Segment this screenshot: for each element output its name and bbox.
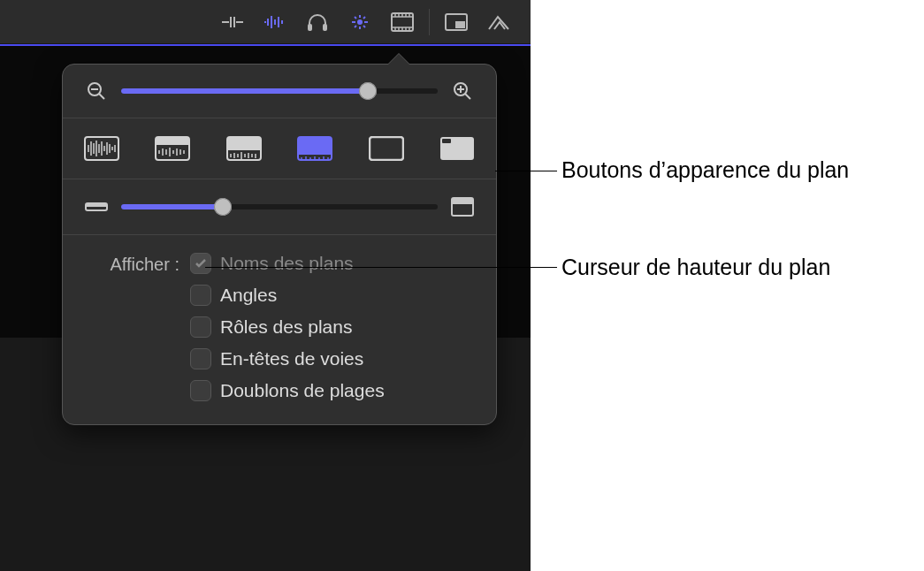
popover-arrow: [388, 54, 409, 65]
show-label: Afficher :: [84, 253, 179, 401]
callout-appearance: Boutons d’apparence du plan: [561, 157, 849, 183]
clip-height-large-icon: [450, 197, 475, 217]
svg-rect-19: [86, 203, 107, 207]
show-lane-headers-row[interactable]: En-têtes de voies: [190, 348, 385, 369]
clip-height-slider[interactable]: [121, 204, 438, 209]
show-clip-roles-checkbox[interactable]: [190, 316, 211, 338]
callout-line-appearance: [495, 171, 557, 171]
zoom-in-icon[interactable]: [450, 80, 475, 102]
toolbar-separator: [429, 9, 430, 35]
zoom-slider[interactable]: [121, 88, 438, 94]
svg-point-2: [357, 19, 363, 25]
zoom-slider-thumb[interactable]: [359, 82, 377, 100]
show-duplicate-ranges-checkbox[interactable]: [190, 380, 211, 401]
show-clip-names-label: Noms des plans: [220, 253, 354, 274]
clip-height-small-icon: [84, 200, 109, 214]
svg-rect-5: [455, 21, 465, 28]
audio-wave-icon[interactable]: [254, 0, 296, 44]
zoom-out-icon[interactable]: [84, 80, 109, 102]
show-angles-checkbox[interactable]: [190, 285, 211, 306]
filmstrip-icon[interactable]: [381, 0, 424, 44]
show-duplicate-ranges-row[interactable]: Doublons de plages: [190, 380, 385, 401]
show-angles-row[interactable]: Angles: [190, 285, 385, 306]
show-clip-names-row[interactable]: Noms des plans: [190, 253, 385, 274]
pip-icon[interactable]: [435, 0, 477, 44]
callout-line-height: [205, 267, 557, 268]
show-lane-headers-label: En-têtes de voies: [220, 348, 363, 369]
show-duplicate-ranges-label: Doublons de plages: [220, 380, 385, 401]
clip-appearance-popover: Afficher : Noms des plans Angles Rôles d…: [62, 64, 497, 425]
app-area: Afficher : Noms des plans Angles Rôles d…: [0, 0, 531, 571]
show-clip-roles-label: Rôles des plans: [220, 316, 352, 338]
appearance-medium-filmstrip[interactable]: [221, 133, 267, 164]
svg-rect-21: [452, 198, 473, 204]
svg-rect-12: [227, 137, 261, 150]
snap-icon[interactable]: [339, 0, 381, 44]
zoom-section: [63, 65, 496, 118]
appearance-filmstrip-solid[interactable]: [434, 133, 480, 164]
show-angles-label: Angles: [220, 285, 277, 306]
clip-height-slider-thumb[interactable]: [214, 198, 232, 216]
show-lane-headers-checkbox[interactable]: [190, 348, 211, 369]
headphones-icon[interactable]: [296, 0, 339, 44]
show-options-section: Afficher : Noms des plans Angles Rôles d…: [63, 235, 496, 424]
appearance-filmstrip-outline[interactable]: [363, 133, 409, 164]
zoom-slider-fill: [121, 88, 368, 94]
clip-appearance-buttons: [63, 118, 496, 179]
appearance-waveform-only[interactable]: [79, 133, 125, 164]
svg-rect-17: [442, 139, 451, 143]
show-clip-roles-row[interactable]: Rôles des plans: [190, 316, 385, 338]
clip-height-row: [63, 179, 496, 235]
clip-height-slider-fill: [121, 204, 223, 209]
show-options-list: Noms des plans Angles Rôles des plans En…: [190, 253, 385, 401]
effects-icon[interactable]: [477, 0, 520, 44]
svg-rect-14: [298, 137, 332, 155]
svg-rect-0: [308, 24, 312, 31]
svg-rect-10: [156, 137, 189, 145]
show-clip-names-checkbox[interactable]: [190, 253, 211, 274]
main-toolbar: [0, 0, 531, 44]
trim-icon[interactable]: [211, 0, 254, 44]
svg-rect-1: [323, 24, 327, 31]
appearance-large-filmstrip[interactable]: [292, 133, 338, 164]
svg-rect-15: [370, 137, 403, 160]
appearance-small-filmstrip[interactable]: [149, 133, 195, 164]
callout-height: Curseur de hauteur du plan: [561, 255, 830, 280]
